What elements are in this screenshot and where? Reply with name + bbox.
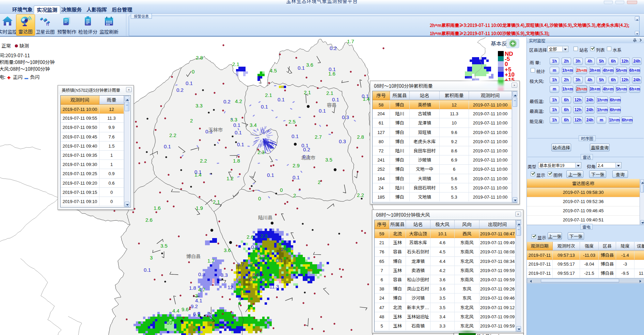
svg-text:0: 0 [192,69,194,74]
svg-text:0: 0 [258,196,261,201]
svg-text:容县: 容县 [327,101,336,108]
svg-text:0.1: 0.1 [144,267,151,273]
svg-text:间:2019-07-11: 间:2019-07-11 [0,52,30,58]
svg-text:2.2: 2.2 [169,132,176,138]
svg-text:9.2: 9.2 [191,303,198,309]
svg-text:0.1: 0.1 [233,122,240,128]
svg-text:2.2: 2.2 [258,254,265,260]
svg-text:0.3: 0.3 [342,114,349,120]
svg-text:0.1: 0.1 [164,144,171,149]
svg-text:0.1: 0.1 [261,104,268,110]
svg-text:0.3: 0.3 [198,271,205,277]
svg-text:2.6: 2.6 [145,217,153,223]
svg-text:9.6: 9.6 [182,306,189,312]
svg-text:0.1: 0.1 [278,97,285,102]
svg-text:0.1: 0.1 [293,174,300,180]
svg-text:0.1: 0.1 [298,65,305,71]
svg-text:0.8: 0.8 [251,244,258,250]
svg-text:0.2: 0.2 [223,99,231,104]
svg-text:0.2: 0.2 [303,147,310,152]
svg-text:0.1: 0.1 [276,257,283,263]
svg-text:博白县: 博白县 [186,253,201,259]
svg-text:正常: 正常 [1,42,11,49]
svg-text:10: 10 [167,320,172,325]
svg-text:0.1: 0.1 [194,169,202,175]
svg-text:2.8: 2.8 [357,134,364,140]
svg-text:2.3: 2.3 [257,149,265,155]
svg-text:2.3: 2.3 [261,233,268,239]
svg-text:4.5: 4.5 [270,68,277,73]
svg-text:4.2: 4.2 [235,98,242,104]
svg-text:2.1: 2.1 [304,89,311,95]
svg-text:0.1: 0.1 [235,130,242,135]
svg-text:正闪: 正闪 [13,73,22,80]
svg-text:2.1: 2.1 [265,92,272,98]
svg-text:玉林市: 玉林市 [208,126,223,133]
svg-text:陆川县: 陆川县 [258,214,272,221]
svg-text:0.1: 0.1 [186,80,193,86]
svg-text:11.3: 11.3 [269,284,279,289]
svg-text:3: 3 [150,255,153,261]
svg-text:3.7: 3.7 [237,262,244,267]
svg-text:0.3: 0.3 [339,138,346,144]
svg-text:2.8: 2.8 [196,55,203,61]
svg-text:0.2: 0.2 [330,45,337,51]
svg-text:0.1: 0.1 [292,133,299,139]
svg-text:2.5: 2.5 [288,119,296,124]
svg-text:积雨量:08时～10时00分钟: 积雨量:08时～10时00分钟 [0,58,55,65]
svg-text:3.6: 3.6 [224,247,231,253]
svg-text:1.7: 1.7 [347,38,354,44]
svg-text:6.9: 6.9 [193,311,200,317]
svg-text:1.2: 1.2 [226,175,234,181]
svg-text:1.8: 1.8 [189,285,196,291]
svg-text:0.1: 0.1 [329,66,336,72]
svg-text:2.1: 2.1 [326,90,333,96]
svg-text:3.5: 3.5 [160,243,168,249]
svg-text:3.5: 3.5 [325,157,332,163]
svg-text:1.7: 1.7 [207,258,215,264]
svg-text:2: 2 [318,179,320,185]
svg-text:1.6: 1.6 [154,205,161,211]
svg-text:0.2: 0.2 [176,87,184,93]
svg-text:3.3: 3.3 [221,272,228,278]
svg-text:12: 12 [227,284,233,290]
svg-text:2.7: 2.7 [315,134,322,140]
svg-text:2.1: 2.1 [213,199,220,205]
svg-text:4.4: 4.4 [172,308,179,314]
svg-text:2.2: 2.2 [200,158,207,164]
svg-text:0: 0 [280,187,283,193]
svg-text:3.3: 3.3 [195,103,203,108]
svg-text:大风:08时～10时00分钟: 大风:08时～10时00分钟 [0,65,50,72]
svg-text:2.2: 2.2 [357,192,364,198]
svg-text:0.1: 0.1 [319,108,326,114]
svg-text:1.8: 1.8 [233,158,240,164]
svg-text:1.9: 1.9 [196,205,203,211]
svg-text:0.1: 0.1 [267,172,274,178]
svg-text:4.1: 4.1 [195,298,202,303]
svg-text:0.1: 0.1 [237,141,244,147]
svg-text:3.6: 3.6 [306,62,313,68]
svg-text:3.4: 3.4 [250,122,257,128]
svg-text:2.1: 2.1 [232,61,239,67]
svg-text:2.9: 2.9 [293,163,300,168]
svg-text:2: 2 [293,192,296,198]
svg-text:5.3: 5.3 [249,276,256,282]
svg-text:4.7: 4.7 [198,287,205,292]
svg-text:负闪: 负闪 [30,73,40,80]
svg-text:缺测: 缺测 [19,42,29,49]
svg-text:2: 2 [190,118,193,123]
svg-text:2.6: 2.6 [250,262,257,267]
svg-text:2.6: 2.6 [247,234,254,240]
svg-text:北流市: 北流市 [301,154,315,161]
svg-text:0.1: 0.1 [362,93,369,99]
svg-text:2.6: 2.6 [281,246,288,252]
svg-text:基本反: 基本反 [491,39,507,47]
svg-text:电:: 电: [0,73,5,80]
